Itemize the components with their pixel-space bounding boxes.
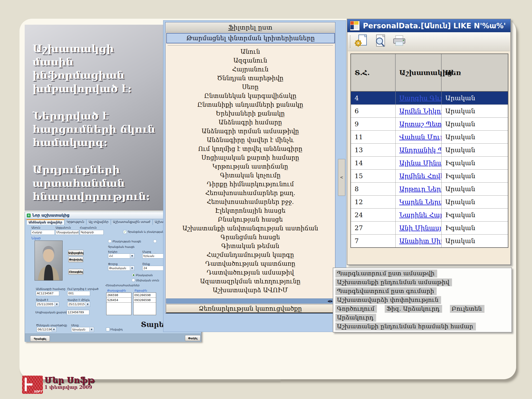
employee-link[interactable]: Վահան Մուրա... bbox=[399, 133, 442, 141]
apartment-radio[interactable] bbox=[132, 273, 135, 277]
table-row[interactable]: 8Արթուր Ներսիս...Արական bbox=[351, 183, 508, 196]
menu-item[interactable]: Պարգևատրում ըստ ամսաթվի bbox=[335, 270, 437, 277]
scroll-arrows-icon[interactable]: ◀▶ bbox=[328, 299, 333, 303]
close-button[interactable]: Փակել bbox=[185, 335, 201, 341]
filter-item[interactable]: Հեռախոսահամարներ բջջ. bbox=[165, 197, 335, 206]
photo-link[interactable]: Նկար bbox=[31, 236, 41, 240]
filter-item[interactable]: Ընտանեկան կարգավիճակը bbox=[165, 91, 335, 100]
table-row[interactable]: 9Արտաշ Պետրո...Արական bbox=[351, 118, 508, 131]
filter-item[interactable]: Ազատազրկման տևողությունը bbox=[165, 277, 335, 286]
issued-date-picker[interactable]: 25/11/2005▼ bbox=[36, 302, 59, 307]
tab-3[interactable]: Աշխատանքային ստաժ bbox=[111, 219, 152, 225]
valid-until-picker[interactable]: 25/11/2015▼ bbox=[67, 302, 90, 307]
filter-item[interactable]: Ընտանիքի անդամների քանակը bbox=[165, 100, 335, 109]
filter-item[interactable]: Հեռախոսահամարներ քաղ. bbox=[165, 189, 335, 197]
printer-icon[interactable] bbox=[393, 35, 407, 48]
filter-item[interactable]: Երեխաների քանակը bbox=[165, 109, 335, 118]
tab-2[interactable]: Այլ տվյալներ bbox=[87, 219, 111, 225]
filter-item[interactable]: Էլեկտրոնային հասցե bbox=[165, 206, 335, 215]
column-header-id[interactable]: Տ.Հ. bbox=[351, 54, 396, 91]
refresh-criteria-button[interactable]: Թարմացնել փնտրման կրիտերիաները bbox=[166, 33, 335, 43]
filter-item[interactable]: Աշխատանքի անվտանգության աստիճան bbox=[165, 224, 335, 233]
table-row[interactable]: 11Վահան Մուրա...Արական bbox=[351, 131, 508, 144]
surname-field[interactable]: Մնացականյան bbox=[55, 230, 79, 235]
filter-item[interactable]: Ազգանուն bbox=[165, 56, 335, 65]
patronymic-field[interactable]: Գրիգորի bbox=[80, 230, 104, 235]
employee-link[interactable]: Արտաշ Պետրո... bbox=[399, 120, 442, 128]
filter-item[interactable]: Անձնագրի տրման ամսաթիվը bbox=[165, 127, 335, 136]
add-button[interactable]: Ավելացնել bbox=[68, 250, 84, 256]
birth-date-picker[interactable]: 06/12/1962▼ bbox=[37, 327, 56, 332]
menu-item[interactable]: Պարգեվատրում ըստ գումարի bbox=[335, 287, 437, 295]
menu-item[interactable]: Աշխատավարձի փոփոխություն bbox=[335, 296, 441, 304]
employee-link[interactable]: Արթուր Ներսիս... bbox=[399, 185, 442, 193]
menu-item[interactable]: Աշխատանքի ընդունման հրամանի համար bbox=[335, 323, 476, 330]
filter-window-title[interactable]: Ֆիլտրել ըստ bbox=[166, 23, 335, 32]
menu-item[interactable]: Արձակուրդ bbox=[335, 314, 376, 322]
column-header-sex[interactable]: Սեռ bbox=[442, 54, 508, 91]
employee-link[interactable]: Կարեն Ներսիսյ... bbox=[399, 198, 442, 206]
filter-item[interactable]: Դիրքը հիմնարկությունում bbox=[165, 180, 335, 189]
horizontal-scrollbar[interactable]: ◀▶ bbox=[166, 298, 335, 304]
filter-item[interactable]: Անձնագիրը վավեր է մինչև bbox=[165, 136, 335, 144]
edit-button[interactable]: Փոփոխել bbox=[68, 257, 83, 262]
invalid-checkbox[interactable] bbox=[106, 328, 110, 331]
chevron-down-icon[interactable]: ▼ bbox=[89, 328, 94, 331]
employee-link[interactable]: Ալինա Մինաս... bbox=[399, 159, 442, 167]
print-preview-icon[interactable] bbox=[374, 34, 387, 49]
chevron-down-icon[interactable]: ▼ bbox=[130, 266, 134, 270]
filter-item[interactable]: Գիտական կոչումը bbox=[165, 171, 335, 180]
employee-link[interactable]: Արմինե Հովհա... bbox=[399, 172, 442, 180]
filter-item[interactable]: Հայրանուն bbox=[165, 65, 335, 74]
name-field[interactable]: Հակոբ bbox=[31, 230, 55, 235]
table-row[interactable]: 4Սարգիս Գևորգ...Արական bbox=[351, 92, 508, 105]
report-settings-icon[interactable] bbox=[354, 34, 368, 49]
sex-select[interactable]: Արական▼ bbox=[71, 327, 94, 332]
table-row[interactable]: 7Անահիտ Սիմոն...Արական bbox=[351, 235, 508, 247]
filter-item[interactable]: Կրթության աստիճանը bbox=[165, 162, 335, 171]
employee-link[interactable]: Անդրանիկ Պետ... bbox=[399, 146, 442, 154]
filter-item[interactable]: Աշխատավարձ ԱՎՈԻՄ bbox=[165, 286, 335, 295]
table-row[interactable]: 24Նարինե Հայրա...Իգական bbox=[351, 209, 508, 222]
filter-item[interactable]: Հաշմանդամության կարգը bbox=[165, 250, 335, 259]
table-row[interactable]: 12Կարեն Ներսիսյ...Արական bbox=[351, 196, 508, 209]
filter-item[interactable]: Սեռը bbox=[165, 83, 335, 91]
country-select[interactable]: ՀՀ▼ bbox=[108, 254, 135, 258]
social-card-field[interactable]: 123456789 bbox=[66, 310, 89, 315]
issued-by-field[interactable]: 001 bbox=[67, 291, 90, 296]
chevron-down-icon[interactable]: ▼ bbox=[55, 302, 59, 306]
employee-link[interactable]: Անի Մինասյան... bbox=[399, 224, 442, 232]
filter-item[interactable]: Անուն bbox=[165, 47, 335, 56]
street-select[interactable]: Թամանյան▼ bbox=[108, 266, 135, 271]
filter-item[interactable]: Գրանցման հասցե bbox=[165, 233, 335, 242]
enterprise-structure-button[interactable]: Ձեռնարկության կառուցվածքը bbox=[166, 304, 335, 313]
employee-link[interactable]: Նարինե Հայրա... bbox=[399, 211, 442, 219]
residence-address-radio[interactable] bbox=[108, 240, 111, 243]
filter-item[interactable]: Բնակության հասցե bbox=[165, 215, 335, 224]
own-house-radio[interactable] bbox=[132, 278, 135, 282]
table-row[interactable]: 14Ալինա Մինաս...Իգական bbox=[351, 157, 508, 170]
mobile-phones-list[interactable]: 091266598093266598 bbox=[133, 292, 156, 315]
registration-address-radio[interactable] bbox=[153, 240, 157, 243]
employee-link[interactable]: Անահիտ Սիմոն... bbox=[399, 237, 442, 245]
chevron-down-icon[interactable]: ▼ bbox=[130, 254, 134, 258]
city-phones-list[interactable]: 266598526454 bbox=[106, 292, 131, 315]
tab-1[interactable]: Կրթություն bbox=[65, 219, 87, 225]
menu-item[interactable]: Ֆիզ. Արձակուրդ bbox=[385, 305, 442, 313]
register-button[interactable]: Գրանցել bbox=[30, 336, 50, 342]
collapse-panel-button[interactable]: < bbox=[338, 159, 345, 196]
menu-item[interactable]: Աշխատանքի ընդունման ամսաթիվ bbox=[335, 278, 452, 286]
employee-link[interactable]: Արմեն Նիկողոս... bbox=[399, 107, 442, 115]
same-address-checkbox[interactable]: ✓ bbox=[123, 230, 127, 234]
passport-number-field[interactable]: AC1234567 bbox=[36, 291, 59, 296]
table-row[interactable]: 15Արմինե Հովհա...Իգական bbox=[351, 170, 508, 183]
chevron-down-icon[interactable]: ▼ bbox=[85, 302, 90, 306]
employee-link[interactable]: Սարգիս Գևորգ... bbox=[399, 94, 442, 102]
toolbar-grip[interactable] bbox=[350, 35, 351, 48]
filter-item[interactable]: Դատվածության ամսաթիվ bbox=[165, 268, 335, 277]
menu-item[interactable]: Գործուղում bbox=[335, 305, 377, 313]
chevron-down-icon[interactable]: ▼ bbox=[52, 328, 56, 331]
filter-item[interactable]: Դատվածության պատճառը bbox=[165, 259, 335, 268]
filter-item[interactable]: Սոցիալական քարտի համարը bbox=[165, 153, 335, 162]
column-header-employee[interactable]: Աշխատակից bbox=[396, 54, 442, 91]
